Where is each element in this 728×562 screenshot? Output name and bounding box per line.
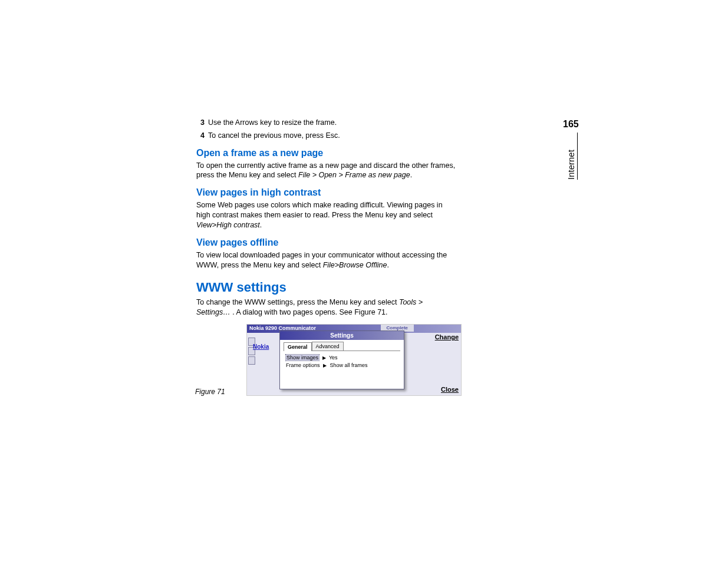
dialog-tabs: General Advanced <box>284 342 404 351</box>
screenshot-settings-dialog: Nokia 9290 Communicator Complete Nokia C… <box>246 324 462 396</box>
tab-advanced[interactable]: Advanced <box>312 342 344 351</box>
step-3: 3Use the Arrows key to resize the frame. <box>196 118 574 127</box>
figure-71: Nokia 9290 Communicator Complete Nokia C… <box>196 324 462 396</box>
row-label: Show images <box>286 355 319 361</box>
step-text: Use the Arrows key to resize the frame. <box>208 118 337 127</box>
row-frame-options[interactable]: Frame options ▶ Show all frames <box>286 362 398 368</box>
figure-caption: Figure 71 <box>195 388 225 396</box>
para-www-settings: To change the WWW settings, press the Me… <box>196 297 456 318</box>
row-value: Yes <box>329 355 338 361</box>
step-number: 3 <box>196 118 205 127</box>
nokia-link[interactable]: Nokia <box>253 343 269 350</box>
toolbar-icon[interactable] <box>248 356 255 365</box>
step-text: To cancel the previous move, press Esc. <box>208 131 340 140</box>
softkey-change[interactable]: Change <box>435 333 459 340</box>
step-4: 4To cancel the previous move, press Esc. <box>196 131 574 140</box>
softkey-close[interactable]: Close <box>441 386 459 393</box>
tab-panel-general: Show images ▶ Yes Frame options ▶ Show a… <box>284 351 400 373</box>
caret-right-icon: ▶ <box>323 363 327 368</box>
step-number: 4 <box>196 131 205 140</box>
row-value: Show all frames <box>330 362 368 368</box>
heading-open-frame: Open a frame as a new page <box>196 148 574 158</box>
left-toolbar <box>248 338 255 366</box>
para-high-contrast: Some Web pages use colors which make rea… <box>196 200 456 230</box>
page-content: 3Use the Arrows key to resize the frame.… <box>196 118 574 396</box>
tab-general[interactable]: General <box>284 342 312 351</box>
heading-www-settings: WWW settings <box>196 280 574 295</box>
para-offline: To view local downloaded pages in your c… <box>196 250 456 270</box>
para-open-frame: To open the currently active frame as a … <box>196 161 456 181</box>
heading-high-contrast: View pages in high contrast <box>196 187 574 198</box>
dialog-title: Settings <box>280 331 404 340</box>
caret-right-icon: ▶ <box>322 355 326 361</box>
row-label: Frame options <box>286 362 320 368</box>
settings-dialog: Settings General Advanced Show images ▶ … <box>279 330 404 389</box>
row-show-images[interactable]: Show images ▶ Yes <box>286 355 398 361</box>
heading-offline: View pages offline <box>196 237 574 248</box>
